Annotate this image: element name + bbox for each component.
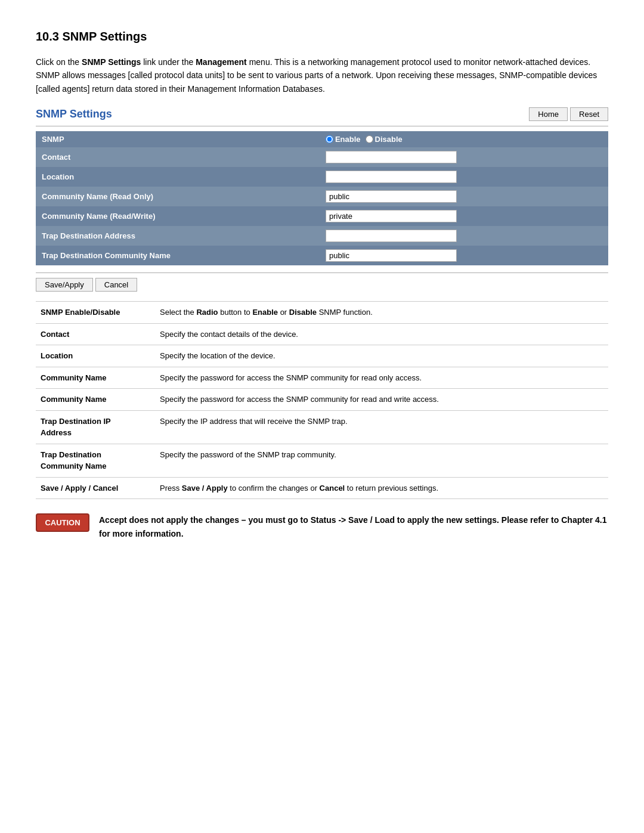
contact-row: Contact	[36, 147, 608, 167]
save-apply-button[interactable]: Save/Apply	[36, 278, 93, 292]
snmp-value: Enable Disable	[320, 131, 608, 147]
desc-snmp-desc: Select the Radio button to Enable or Dis…	[155, 302, 608, 324]
desc-trap-address-desc: Specify the IP address that will receive…	[155, 410, 608, 444]
desc-community-write-row: Community Name Specify the password for …	[36, 389, 608, 411]
enable-radio[interactable]	[326, 135, 333, 143]
trap-address-row: Trap Destination Address	[36, 226, 608, 246]
location-input[interactable]	[326, 171, 457, 183]
settings-table: SNMP Enable Disable Contact	[36, 131, 608, 265]
desc-save-desc: Press Save / Apply to confirm the change…	[155, 477, 608, 499]
description-table: SNMP Enable/Disable Select the Radio but…	[36, 301, 608, 499]
desc-trap-address-label: Trap Destination IPAddress	[36, 410, 155, 444]
desc-trap-community-desc: Specify the password of the SNMP trap co…	[155, 444, 608, 477]
desc-snmp-label: SNMP Enable/Disable	[36, 302, 155, 324]
community-read-value	[320, 187, 608, 206]
home-button[interactable]: Home	[529, 107, 568, 121]
trap-address-value	[320, 226, 608, 246]
community-write-value	[320, 206, 608, 226]
contact-label: Contact	[36, 147, 320, 167]
desc-community-read-row: Community Name Specify the password for …	[36, 367, 608, 389]
location-label: Location	[36, 167, 320, 187]
desc-contact-row: Contact Specify the contact details of t…	[36, 323, 608, 345]
panel-top-divider	[36, 126, 608, 126]
desc-snmp-row: SNMP Enable/Disable Select the Radio but…	[36, 302, 608, 324]
community-read-input[interactable]	[326, 190, 457, 203]
desc-trap-address-row: Trap Destination IPAddress Specify the I…	[36, 410, 608, 444]
snmp-radio-group: Enable Disable	[326, 135, 602, 144]
contact-value	[320, 147, 608, 167]
trap-address-input[interactable]	[326, 230, 457, 242]
disable-radio-label[interactable]: Disable	[366, 135, 402, 144]
desc-community-read-label: Community Name	[36, 367, 155, 389]
desc-trap-community-label: Trap DestinationCommunity Name	[36, 444, 155, 477]
desc-community-read-desc: Specify the password for access the SNMP…	[155, 367, 608, 389]
cancel-button[interactable]: Cancel	[95, 278, 137, 292]
caution-section: CAUTION Accept does not apply the change…	[36, 513, 608, 540]
trap-community-input[interactable]	[326, 249, 457, 262]
desc-community-write-desc: Specify the password for access the SNMP…	[155, 389, 608, 411]
disable-radio[interactable]	[366, 135, 373, 143]
desc-trap-community-row: Trap DestinationCommunity Name Specify t…	[36, 444, 608, 477]
community-write-label: Community Name (Read/Write)	[36, 206, 320, 226]
community-write-input[interactable]	[326, 210, 457, 222]
snmp-row: SNMP Enable Disable	[36, 131, 608, 147]
trap-community-row: Trap Destination Community Name	[36, 246, 608, 265]
desc-save-row: Save / Apply / Cancel Press Save / Apply…	[36, 477, 608, 499]
trap-address-label: Trap Destination Address	[36, 226, 320, 246]
desc-location-label: Location	[36, 345, 155, 367]
action-buttons: Save/Apply Cancel	[36, 278, 608, 292]
intro-text: Click on the SNMP Settings link under th…	[36, 55, 608, 95]
location-value	[320, 167, 608, 187]
desc-contact-label: Contact	[36, 323, 155, 345]
reset-button[interactable]: Reset	[570, 107, 608, 121]
community-write-row: Community Name (Read/Write)	[36, 206, 608, 226]
header-buttons: Home Reset	[529, 107, 608, 121]
panel-bottom-divider	[36, 272, 608, 273]
page-title: 10.3 SNMP Settings	[36, 30, 608, 44]
panel-title: SNMP Settings	[36, 108, 112, 120]
caution-badge: CAUTION	[36, 513, 89, 532]
community-read-label: Community Name (Read Only)	[36, 187, 320, 206]
trap-community-label: Trap Destination Community Name	[36, 246, 320, 265]
caution-text: Accept does not apply the changes – you …	[99, 513, 608, 540]
community-read-row: Community Name (Read Only)	[36, 187, 608, 206]
desc-contact-desc: Specify the contact details of the devic…	[155, 323, 608, 345]
contact-input[interactable]	[326, 151, 457, 163]
enable-radio-label[interactable]: Enable	[326, 135, 361, 144]
desc-location-desc: Specify the location of the device.	[155, 345, 608, 367]
trap-community-value	[320, 246, 608, 265]
desc-location-row: Location Specify the location of the dev…	[36, 345, 608, 367]
panel-header: SNMP Settings Home Reset	[36, 107, 608, 121]
location-row: Location	[36, 167, 608, 187]
desc-save-label: Save / Apply / Cancel	[36, 477, 155, 499]
snmp-label: SNMP	[36, 131, 320, 147]
desc-community-write-label: Community Name	[36, 389, 155, 411]
